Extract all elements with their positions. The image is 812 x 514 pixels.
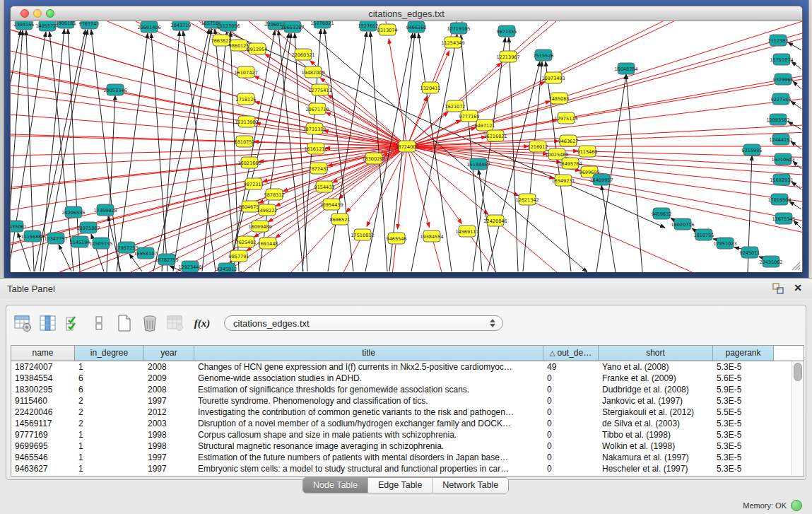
column-header-name[interactable]: name [11, 346, 75, 361]
graph-node[interactable]: 9154433 [314, 181, 335, 192]
graph-node[interactable]: 15276021 [310, 21, 334, 28]
graph-node[interactable]: 18300295 [362, 153, 385, 164]
graph-node[interactable]: 1691448 [258, 238, 278, 249]
graph-node[interactable]: 1498222 [257, 204, 278, 216]
column-header-year[interactable]: year [144, 346, 194, 361]
graph-node[interactable]: 16020716 [671, 218, 694, 230]
graph-node[interactable]: 17851023 [713, 238, 736, 249]
graph-node[interactable]: 7872431 [309, 163, 329, 174]
graph-node[interactable]: 17016504 [767, 194, 791, 205]
table-row[interactable]: 1830029562008Estimation of significance … [11, 384, 804, 395]
graph-node[interactable]: 9245011 [740, 247, 760, 258]
graph-node[interactable]: 9465546 [387, 233, 407, 244]
table-row[interactable]: 969969511998Structural magnetic resonanc… [11, 440, 804, 452]
graph-node[interactable]: 7485063 [549, 93, 570, 104]
graph-node[interactable]: 1810752 [235, 136, 255, 147]
network-window-titlebar[interactable]: citations_edges.txt [11, 6, 802, 21]
graph-node[interactable]: 16107427 [234, 66, 257, 78]
graph-node[interactable]: 16161210 [304, 143, 327, 154]
graph-node[interactable]: 22435061 [11, 221, 27, 232]
graph-node[interactable]: 18731310 [302, 123, 326, 134]
table-row[interactable]: 1872400712008Changes of HCN gene express… [11, 361, 804, 373]
graph-node[interactable]: 1320411 [420, 82, 441, 93]
graph-node[interactable]: 8215955 [742, 144, 763, 156]
graph-node[interactable]: 1810755 [694, 229, 714, 240]
graph-node[interactable]: 9872311 [244, 178, 264, 189]
graph-node[interactable]: 9245012 [217, 263, 237, 272]
graph-node[interactable]: 12621342 [515, 194, 539, 205]
graph-node[interactable]: 12775411 [308, 84, 331, 95]
table-panel-titlebar[interactable]: Table Panel ✕ [0, 279, 812, 298]
network-canvas[interactable]: 1872400776638229860125891295416107427271… [11, 21, 802, 272]
graph-node[interactable]: 9329966 [773, 74, 794, 85]
graph-node[interactable]: 5878312 [264, 189, 285, 200]
graph-node[interactable]: 11254349 [441, 37, 464, 48]
graph-node[interactable]: 16409957 [589, 174, 613, 185]
close-panel-icon[interactable]: ✕ [794, 282, 802, 293]
graph-node[interactable]: 18724007 [395, 141, 418, 152]
graph-node[interactable]: 10975887 [76, 222, 100, 233]
graph-node[interactable]: 17510812 [351, 229, 374, 240]
table-row[interactable]: 946362711997Embryonic stem cells: a mode… [11, 463, 804, 474]
merge-columns-button[interactable] [88, 313, 110, 334]
graph-node[interactable]: 15123056 [216, 21, 240, 31]
window-resize-grip[interactable] [791, 261, 801, 271]
graph-node[interactable]: 9459632 [652, 208, 672, 219]
graph-node[interactable]: 9227343 [771, 93, 792, 105]
graph-node[interactable]: 9671355 [497, 25, 517, 37]
graph-node[interactable]: 22435062 [759, 256, 782, 267]
graph-node[interactable]: 9857791 [229, 250, 249, 262]
new-table-button[interactable] [114, 313, 135, 334]
scrollbar-thumb[interactable] [794, 363, 802, 381]
graph-node[interactable]: 2043719 [171, 21, 192, 30]
table-row[interactable]: 911546021997Tourette syndrome. Phenomeno… [11, 395, 804, 407]
graph-node[interactable]: 9463627 [558, 135, 579, 146]
graph-node[interactable]: 16648784 [614, 63, 637, 74]
graph-node[interactable]: 1145194 [70, 236, 90, 247]
graph-node[interactable]: 1112383 [768, 35, 789, 46]
column-header-pagerank[interactable]: pagerank [713, 346, 774, 361]
graph-node[interactable]: 16021660 [237, 157, 261, 168]
graph-node[interactable]: 9777169 [459, 110, 480, 122]
graph-node[interactable]: 22060321 [291, 49, 314, 60]
table-row[interactable]: 977716911998Corpus callosum shape and si… [11, 429, 804, 440]
delete-table-disabled-button[interactable] [165, 313, 186, 334]
graph-node[interactable]: 10954439 [319, 199, 343, 210]
graph-node[interactable]: 14569117 [455, 226, 478, 237]
graph-node[interactable]: 8696521 [330, 214, 351, 225]
delete-table-button[interactable] [139, 313, 160, 334]
graph-node[interactable]: 16216021 [483, 130, 507, 141]
select-rows-button[interactable] [63, 313, 84, 334]
tab-network-table[interactable]: Network Table [433, 478, 508, 493]
float-window-icon[interactable] [772, 283, 784, 294]
graph-node[interactable]: 20206536 [61, 206, 85, 218]
show-column-button[interactable] [37, 313, 59, 334]
graph-node[interactable]: 12923448 [178, 261, 201, 272]
graph-node[interactable]: 10719195 [447, 23, 470, 34]
graph-node[interactable]: 16495764 [558, 158, 582, 169]
column-header-title[interactable]: title [194, 346, 543, 361]
column-header-out_degree[interactable]: △out_de… [543, 346, 599, 361]
tab-node-table[interactable]: Node Table [303, 478, 368, 493]
table-row[interactable]: 1938455462009Genome-wide association stu… [11, 373, 804, 384]
graph-node[interactable]: 19384554 [420, 230, 443, 242]
graph-node[interactable]: 19482009 [301, 66, 324, 78]
graph-node[interactable]: 1216012 [528, 141, 548, 152]
graph-node[interactable]: 20053346 [103, 84, 126, 95]
graph-node[interactable]: 17359928 [93, 204, 117, 216]
graph-node[interactable]: 16782759 [155, 254, 178, 265]
graph-node[interactable]: 6497121 [475, 119, 495, 131]
graph-node[interactable]: 7515526 [534, 49, 554, 61]
table-source-dropdown[interactable]: citations_edges.txt [224, 315, 503, 331]
column-header-short[interactable]: short [599, 346, 713, 361]
table-row[interactable]: 946554611997Estimation of the future num… [11, 452, 804, 463]
vertical-scrollbar[interactable] [792, 361, 803, 475]
graph-node[interactable]: 12975115 [554, 112, 577, 124]
table-row[interactable]: 1456911722003Disruption of a novel membe… [11, 418, 804, 429]
graph-node[interactable]: 11675345 [772, 213, 795, 224]
graph-node[interactable]: 20671710 [305, 103, 329, 115]
graph-node[interactable]: 1527602 [358, 21, 379, 31]
graph-node[interactable]: 22420046 [483, 215, 507, 226]
graph-node[interactable]: 8912954 [247, 43, 268, 54]
graph-node[interactable]: 1621072 [445, 100, 466, 112]
